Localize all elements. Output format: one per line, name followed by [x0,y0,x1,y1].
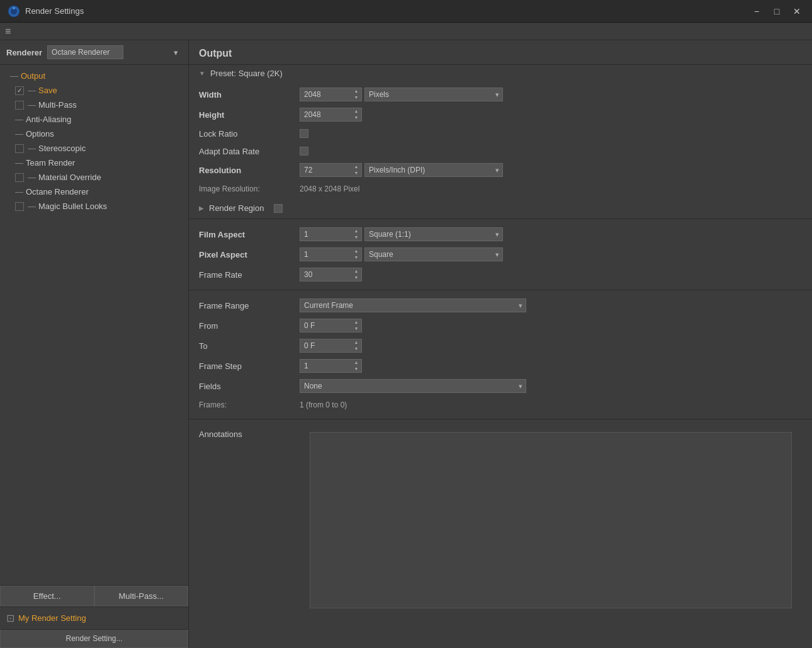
app-icon [8,5,20,18]
film-aspect-type-select[interactable]: Square (1:1) 4:3 16:9 Custom [364,227,503,241]
resolution-unit-select[interactable]: Pixels/Inch (DPI) Pixels/cm [364,163,503,177]
nav-item-options[interactable]: — Options [0,127,188,141]
magicbullet-checkbox[interactable] [15,202,24,211]
width-unit-wrapper: Pixels cm mm Inches [364,88,503,101]
render-setting-button[interactable]: Render Setting... [0,629,188,648]
preset-row: ▼ Preset: Square (2K) [189,65,812,82]
frames-row: Frames: 1 (from 0 to 0) [199,396,802,414]
close-button[interactable]: ✕ [789,4,804,19]
nav-item-save[interactable]: ✓ — Save [0,83,188,98]
to-spinner: ▲ ▼ [300,339,362,353]
nav-item-teamrender-label: Team Render [26,158,75,168]
frame-rate-decrement-button[interactable]: ▼ [351,275,361,281]
render-region-row: ▶ Render Region [189,200,812,216]
height-increment-button[interactable]: ▲ [351,108,361,115]
from-spinner: ▲ ▼ [300,319,362,333]
hamburger-menu-icon[interactable]: ≡ [5,26,11,37]
height-row: Height ▲ ▼ [199,105,802,125]
from-spin-arrows: ▲ ▼ [351,319,362,333]
film-aspect-input[interactable] [300,227,351,241]
height-input[interactable] [300,108,351,122]
window-title: Render Settings [25,6,84,16]
frame-range-label: Frame Range [199,301,300,310]
nav-item-antialiasing[interactable]: — Anti-Aliasing [0,112,188,127]
nav-item-magicbullet[interactable]: — Magic Bullet Looks [0,199,188,213]
from-input[interactable] [300,319,351,333]
width-row: Width ▲ ▼ Pixels cm mm [199,84,802,105]
pixel-aspect-input[interactable] [300,247,351,261]
pixel-aspect-spin-arrows: ▲ ▼ [351,247,362,261]
to-increment-button[interactable]: ▲ [351,339,361,346]
multipass-checkbox[interactable] [15,101,24,110]
divider-2 [189,290,812,290]
minimize-button[interactable]: − [749,4,764,19]
nav-item-stereoscopic[interactable]: — Stereoscopic [0,141,188,156]
to-row: To ▲ ▼ [199,336,802,356]
annotations-area[interactable] [310,432,792,608]
render-region-checkbox[interactable] [274,204,283,213]
maximize-button[interactable]: □ [769,4,784,19]
resolution-increment-button[interactable]: ▲ [351,164,361,170]
frame-grid: Frame Range Current Frame All Frames Pre… [189,293,812,416]
width-increment-button[interactable]: ▲ [351,88,361,94]
save-checkbox[interactable]: ✓ [15,86,24,95]
from-increment-button[interactable]: ▲ [351,319,361,326]
pixel-aspect-type-wrapper: Square D1/DV NTSC D1/DV PAL [364,247,503,261]
nav-tree: — Output ✓ — Save — Multi-Pass — Anti-Al… [0,65,188,585]
svg-point-2 [13,7,15,9]
frame-step-decrement-button[interactable]: ▼ [351,366,361,372]
pixel-aspect-increment-button[interactable]: ▲ [351,248,361,254]
pixel-aspect-type-select[interactable]: Square D1/DV NTSC D1/DV PAL [364,247,503,261]
to-label: To [199,341,300,351]
height-decrement-button[interactable]: ▼ [351,115,361,121]
effect-button[interactable]: Effect... [0,586,94,606]
materialoverride-checkbox[interactable] [15,173,24,182]
nav-item-save-label: Save [38,86,57,95]
frame-step-increment-button[interactable]: ▲ [351,360,361,366]
height-spinner: ▲ ▼ [300,108,362,122]
nav-item-output[interactable]: — Output [0,69,188,83]
image-resolution-label: Image Resolution: [199,185,300,193]
render-region-label: Render Region [209,203,264,213]
pixel-aspect-decrement-button[interactable]: ▼ [351,254,361,261]
frame-rate-input-group: ▲ ▼ [300,268,802,281]
fields-select[interactable]: None Even Odd [300,379,526,393]
film-aspect-decrement-button[interactable]: ▼ [351,234,361,241]
output-header: Output [189,40,812,65]
width-unit-select[interactable]: Pixels cm mm Inches [364,88,503,101]
lock-ratio-row: Lock Ratio [199,125,802,142]
nav-item-options-label: Options [26,129,54,139]
resolution-decrement-button[interactable]: ▼ [351,170,361,176]
from-label: From [199,321,300,331]
nav-item-octanerenderer[interactable]: — Octane Renderer [0,185,188,199]
width-decrement-button[interactable]: ▼ [351,94,361,101]
multipass-button[interactable]: Multi-Pass... [94,586,189,606]
renderer-select[interactable]: Octane Renderer Standard Physical [47,45,123,59]
pixel-aspect-row: Pixel Aspect ▲ ▼ Square D1/DV NTSC D [199,244,802,264]
film-aspect-increment-button[interactable]: ▲ [351,228,361,234]
frame-rate-increment-button[interactable]: ▲ [351,268,361,275]
resolution-spinner: ▲ ▼ [300,163,362,177]
frame-rate-row: Frame Rate ▲ ▼ [199,264,802,285]
fields-wrapper: None Even Odd [300,379,526,393]
nav-item-teamrender[interactable]: — Team Render [0,156,188,170]
to-spin-arrows: ▲ ▼ [351,339,362,353]
to-decrement-button[interactable]: ▼ [351,346,361,352]
frame-rate-input[interactable] [300,268,351,281]
from-decrement-button[interactable]: ▼ [351,326,361,332]
annotations-label: Annotations [199,429,300,439]
collapse-arrow-icon[interactable]: ▼ [199,70,205,77]
frame-step-input[interactable] [300,359,351,373]
adapt-data-rate-checkbox[interactable] [300,147,308,156]
frame-range-select[interactable]: Current Frame All Frames Preview Range C… [300,298,526,312]
right-panel: Output ▼ Preset: Square (2K) Width ▲ ▼ [189,40,812,648]
lock-ratio-checkbox[interactable] [300,129,308,138]
to-input[interactable] [300,339,351,353]
width-input[interactable] [300,88,351,101]
nav-item-multipass[interactable]: — Multi-Pass [0,98,188,112]
resolution-label: Resolution [199,166,300,175]
nav-item-materialoverride[interactable]: — Material Override [0,170,188,185]
render-region-arrow-icon[interactable]: ▶ [199,205,204,212]
stereoscopic-checkbox[interactable] [15,144,24,153]
resolution-input[interactable] [300,163,351,177]
